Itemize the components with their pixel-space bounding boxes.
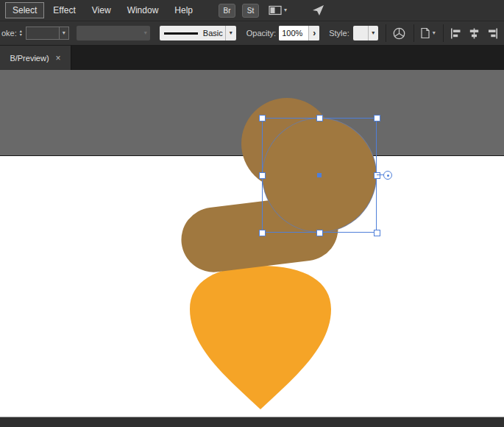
chevron-down-icon: ▾ <box>372 30 375 36</box>
document-tab-title: B/Preview) <box>10 54 49 63</box>
opacity-input[interactable] <box>279 26 308 40</box>
document-tab[interactable]: B/Preview) × <box>0 46 71 70</box>
selection-handle[interactable] <box>316 115 323 121</box>
menu-item-view[interactable]: View <box>85 2 118 18</box>
brush-name-label: Basic <box>203 29 223 38</box>
arrange-documents-icon[interactable]: ▾ <box>269 5 287 15</box>
opacity-label: Opacity: <box>246 29 276 38</box>
brush-dropdown[interactable]: ▾ <box>225 26 236 40</box>
brush-definition-select[interactable]: Basic ▾ <box>160 26 236 40</box>
align-horizontal-center-icon[interactable] <box>468 27 480 40</box>
stroke-weight-dropdown[interactable]: ▾ <box>60 27 69 40</box>
brush-stroke-preview <box>164 32 198 35</box>
share-icon[interactable] <box>312 4 325 16</box>
graphic-style-select[interactable]: ▾ <box>353 26 378 40</box>
style-dropdown[interactable]: ▾ <box>368 26 378 40</box>
control-bar: oke: ▴ ▾ ▾ ▾ Basic ▾ Opacity: › Style: ▾ <box>0 21 504 46</box>
align-right-icon[interactable] <box>486 27 499 40</box>
chevron-down-icon: ▾ <box>230 30 233 36</box>
menu-item-select[interactable]: Select <box>5 2 44 18</box>
separator <box>443 24 444 42</box>
selection-handle[interactable] <box>374 115 380 121</box>
selection-handle[interactable] <box>374 172 380 179</box>
opacity-control: › <box>279 26 319 40</box>
recolor-artwork-icon[interactable] <box>392 27 406 40</box>
chevron-down-icon: ▾ <box>63 30 65 36</box>
menu-item-window[interactable]: Window <box>120 2 166 18</box>
selection-handle[interactable] <box>259 115 266 121</box>
bridge-icon[interactable]: Br <box>219 4 235 18</box>
status-bar <box>0 417 504 427</box>
stroke-weight-stepper[interactable]: ▴ ▾ <box>20 29 22 37</box>
chevron-down-icon: ▾ <box>433 30 436 36</box>
selection-handle[interactable] <box>316 230 323 236</box>
separator <box>414 24 414 42</box>
ellipse-pie-widget-icon[interactable] <box>383 171 392 180</box>
align-left-icon[interactable] <box>450 27 462 40</box>
opacity-panel-arrow[interactable]: › <box>308 26 319 40</box>
stroke-label: oke: <box>1 29 17 38</box>
document-tab-bar: B/Preview) × <box>0 46 504 70</box>
document-setup-icon[interactable]: ▾ <box>420 27 436 39</box>
canvas <box>0 70 504 417</box>
stroke-weight-select[interactable]: ▾ <box>26 27 69 40</box>
selection-handle[interactable] <box>259 172 266 179</box>
selection-handle[interactable] <box>374 230 380 236</box>
chevron-down-icon: ▾ <box>284 7 287 13</box>
stepper-down-icon[interactable]: ▾ <box>20 33 22 37</box>
chevron-down-icon: ▾ <box>144 30 147 36</box>
selection-handle[interactable] <box>259 230 266 236</box>
separator <box>386 24 386 42</box>
stock-icon[interactable]: St <box>242 4 259 18</box>
menu-item-help[interactable]: Help <box>167 2 200 18</box>
selection-center-point[interactable] <box>317 173 322 177</box>
menu-bar: Select Effect View Window Help Br St ▾ <box>0 0 504 21</box>
stroke-weight-value[interactable] <box>26 27 60 40</box>
style-label: Style: <box>329 29 349 38</box>
width-profile-select: ▾ <box>77 26 150 40</box>
tab-close-icon[interactable]: × <box>56 54 61 63</box>
menu-item-effect[interactable]: Effect <box>46 2 82 18</box>
